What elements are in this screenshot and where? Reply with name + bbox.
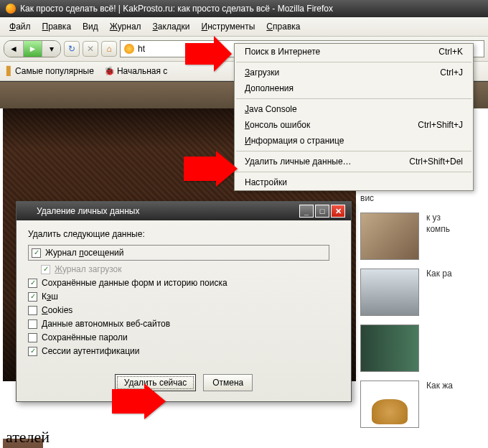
close-button[interactable]: ✕ (331, 205, 345, 218)
menu-file-label: айл (16, 22, 30, 32)
checkbox-passwords[interactable] (28, 333, 37, 342)
menubar: Файл Правка Вид Журнал Закладки Инструме… (0, 17, 488, 37)
menu-help[interactable]: Справка (261, 19, 306, 34)
option-offline-label: Данные автономных веб-сайтов (42, 319, 170, 329)
option-passwords[interactable]: Сохранённые пароли (28, 332, 339, 342)
stop-button[interactable]: ✕ (83, 41, 98, 57)
menu-bookmarks[interactable]: Закладки (147, 19, 196, 34)
checkbox-sessions[interactable] (28, 347, 37, 356)
reload-button[interactable]: ↻ (64, 41, 80, 57)
checkbox-offline[interactable] (28, 319, 37, 329)
option-forms-label: Сохранённые данные форм и историю поиска (42, 278, 227, 288)
reload-icon: ↻ (68, 44, 75, 54)
nav-group: ◄ ► ▾ (4, 40, 61, 57)
dialog-body: Удалить следующие данные: Журнал посещен… (17, 220, 351, 368)
window-title: Как просто сделать всё! | KakProsto.ru: … (20, 4, 333, 14)
option-forms[interactable]: Сохранённые данные форм и историю поиска (28, 278, 339, 288)
minimize-button[interactable]: _ (299, 205, 314, 218)
option-history[interactable]: Журнал посещений (28, 245, 329, 261)
bookmark-popular[interactable]: ▋ Самые популярные (4, 65, 97, 78)
forward-icon: ► (29, 44, 37, 54)
menu-separator (236, 62, 471, 62)
menu-help-label: правка (273, 22, 300, 32)
svg-marker-0 (185, 36, 232, 72)
option-sessions[interactable]: Сессии аутентификации (28, 346, 339, 356)
checkbox-cookies[interactable] (28, 306, 37, 315)
menu-item-java-label: ava Console (249, 104, 297, 114)
menu-item-downloads-shortcut: Ctrl+J (440, 67, 463, 78)
url-text: ht (138, 44, 145, 54)
menu-item-search[interactable]: Поиск в Интернете Ctrl+K (235, 44, 473, 60)
window-titlebar: Как просто сделать всё! | KakProsto.ru: … (0, 0, 488, 17)
page-footer-text: ателей (6, 428, 50, 447)
dialog-buttons: Удалить сейчас Отмена (17, 368, 351, 401)
menu-item-settings-label: Настройки (245, 177, 287, 187)
menu-tools[interactable]: Инструменты (196, 19, 261, 34)
menu-item-settings[interactable]: Настройки (235, 174, 473, 190)
menu-view[interactable]: Вид (77, 19, 104, 34)
checkbox-history[interactable] (32, 248, 41, 258)
menu-separator (236, 172, 471, 172)
nav-dropdown[interactable]: ▾ (42, 41, 60, 57)
option-sessions-label: Сессии аутентификации (42, 346, 140, 356)
menu-item-errorconsole-shortcut: Ctrl+Shift+J (418, 120, 463, 130)
menu-item-addons-label: Дополнения (245, 83, 294, 93)
option-offline[interactable]: Данные автономных веб-сайтов (28, 319, 339, 329)
checkbox-cache[interactable] (28, 292, 37, 302)
dialog-prompt: Удалить следующие данные: (28, 229, 339, 239)
menu-item-search-label: Поиск в Интернете (245, 47, 320, 57)
thumb-3[interactable] (360, 325, 419, 372)
bookmark-home-label: Начальная с (117, 66, 167, 76)
annotation-arrow-3 (112, 383, 168, 429)
option-cache[interactable]: Кэш (28, 291, 339, 302)
menu-separator (236, 151, 471, 151)
dialog-titlebar: Удаление личных данных _ □ ✕ (17, 202, 351, 220)
thumb-2[interactable] (360, 269, 419, 316)
annotation-arrow-2 (184, 151, 240, 196)
menu-separator (236, 98, 471, 99)
cancel-button[interactable]: Отмена (203, 374, 253, 391)
menu-item-errorconsole-label: онсоль ошибок (250, 120, 310, 130)
menu-file[interactable]: Файл (4, 19, 37, 34)
folder-icon: ▋ (6, 66, 13, 76)
bookmark-popular-label: Самые популярные (15, 66, 94, 76)
menu-item-java[interactable]: Java Console (235, 101, 473, 117)
home-button[interactable]: ⌂ (101, 41, 117, 57)
home-icon: ⌂ (106, 44, 111, 54)
chevron-down-icon: ▾ (50, 44, 54, 54)
dialog-title: Удаление личных данных (37, 206, 139, 216)
menu-item-search-shortcut: Ctrl+K (438, 47, 463, 57)
clear-data-dialog: Удаление личных данных _ □ ✕ Удалить сле… (16, 201, 352, 402)
annotation-arrow-1 (185, 36, 234, 87)
menu-edit-label: равка (48, 22, 71, 32)
forward-button[interactable]: ► (23, 41, 42, 57)
checkbox-forms[interactable] (28, 279, 37, 288)
site-icon (124, 44, 134, 54)
menu-edit[interactable]: Правка (37, 19, 78, 34)
sidebar-text-4: Как жа (426, 381, 453, 392)
firefox-icon (6, 4, 16, 14)
stop-icon: ✕ (87, 44, 94, 54)
menu-view-label: Вид (83, 22, 98, 32)
menu-item-addons[interactable]: Дополнения (235, 80, 473, 96)
menu-bookmarks-label: акладки (158, 22, 190, 32)
menu-item-cleardata[interactable]: Удалить личные данные… Ctrl+Shift+Del (235, 154, 473, 169)
svg-marker-2 (112, 383, 166, 419)
back-button[interactable]: ◄ (4, 41, 23, 57)
menu-item-downloads-label: агрузки (250, 67, 279, 78)
menu-item-errorconsole[interactable]: Консоль ошибок Ctrl+Shift+J (235, 117, 473, 133)
menu-item-pageinfo[interactable]: Информация о странице (235, 133, 473, 149)
menu-item-downloads[interactable]: Загрузки Ctrl+J (235, 65, 473, 80)
tools-dropdown-menu: Поиск в Интернете Ctrl+K Загрузки Ctrl+J… (234, 43, 474, 191)
ladybug-icon: 🐞 (104, 66, 115, 76)
menu-item-cleardata-label: Удалить личные данные… (245, 157, 352, 167)
bookmark-home[interactable]: 🐞 Начальная с (101, 65, 170, 78)
menu-history[interactable]: Журнал (104, 19, 147, 34)
firefox-icon (22, 206, 32, 216)
thumb-1[interactable] (360, 213, 419, 260)
option-cookies[interactable]: Cookies (28, 305, 339, 315)
thumb-4[interactable] (360, 381, 419, 428)
maximize-button[interactable]: □ (315, 205, 329, 218)
menu-history-label: урнал (118, 22, 141, 32)
back-icon: ◄ (9, 44, 18, 54)
